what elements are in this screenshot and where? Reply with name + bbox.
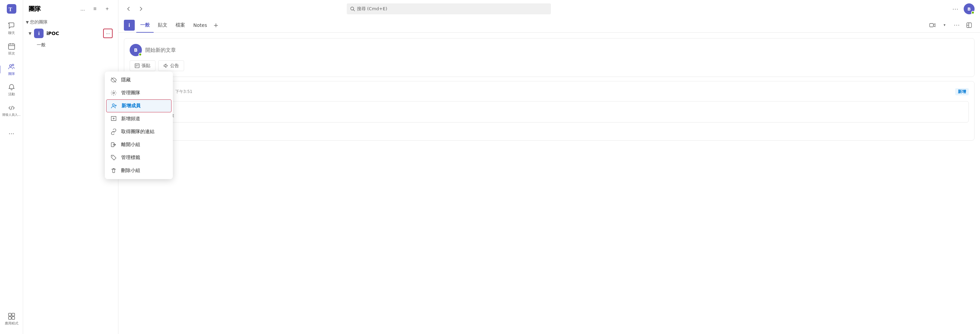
- announce-icon: [163, 63, 168, 68]
- svg-line-23: [353, 10, 355, 11]
- sidebar-actions: ... ≡ +: [77, 3, 113, 14]
- user-status-dot: [971, 11, 975, 14]
- tab-info-button[interactable]: i: [124, 20, 135, 30]
- message-badge: 新增: [955, 88, 969, 95]
- user-avatar[interactable]: B: [964, 3, 975, 14]
- nav-item-teams[interactable]: 團隊: [2, 60, 21, 79]
- delete-icon: [110, 167, 117, 174]
- hide-icon: [110, 77, 117, 83]
- schedule-icon: [8, 42, 16, 50]
- svg-rect-9: [8, 313, 11, 316]
- menu-item-manage-tags[interactable]: 管理標籤: [105, 151, 173, 164]
- team-item-ipoc[interactable]: ▼ i iPOC ···: [24, 27, 117, 40]
- nav-label-chat: 聊天: [8, 30, 15, 35]
- message-header: ipoc_alert 下午3:51 新增: [130, 85, 969, 98]
- activity-icon: [8, 83, 16, 91]
- sidebar-more-button[interactable]: ...: [77, 3, 88, 14]
- nav-back-button[interactable]: [124, 4, 134, 14]
- svg-point-7: [12, 64, 14, 66]
- tab-notes[interactable]: Notes: [189, 18, 211, 33]
- message-card-1: ipoc_alert 下午3:51 新增 iPOC 告警測試 Test cont…: [124, 81, 975, 141]
- nav-item-more[interactable]: ···: [2, 124, 21, 143]
- section-label: 您的團隊: [30, 19, 48, 25]
- topbar-more-button[interactable]: ···: [950, 3, 961, 14]
- menu-item-manage[interactable]: 管理團隊: [105, 86, 173, 99]
- tab-posts[interactable]: 貼文: [154, 18, 172, 33]
- link-icon: [110, 128, 117, 135]
- expand-button[interactable]: [964, 20, 975, 30]
- post-author-row: B 開始新的文章: [130, 44, 969, 56]
- nav-item-schedule[interactable]: 班次: [2, 40, 21, 59]
- svg-rect-2: [8, 44, 14, 50]
- menu-item-get-link[interactable]: 取得團隊的連結: [105, 125, 173, 138]
- post-icon: [135, 63, 140, 68]
- menu-label-hide: 隱藏: [121, 77, 130, 83]
- team-name: iPOC: [46, 30, 100, 36]
- nav-label-apps: 應用程式: [5, 321, 18, 326]
- sidebar-section-header[interactable]: ▼ 您的團隊: [23, 18, 118, 27]
- menu-label-manage: 管理團隊: [121, 90, 140, 96]
- post-action-post[interactable]: 張貼: [130, 60, 156, 71]
- sidebar-add-button[interactable]: +: [102, 3, 113, 14]
- app-logo: T: [5, 3, 18, 15]
- tab-files[interactable]: 檔案: [172, 18, 189, 33]
- search-bar[interactable]: 搜尋 (Cmd+E): [347, 3, 551, 14]
- leave-icon: [110, 141, 117, 148]
- nav-item-activity[interactable]: 活動: [2, 80, 21, 99]
- sidebar-title: 團隊: [29, 5, 75, 13]
- menu-item-add-member[interactable]: 新增成員: [106, 99, 172, 112]
- message-bubble: iPOC 告警測試 Test contact point: [130, 101, 969, 123]
- channel-name: 一般: [37, 42, 46, 48]
- svg-line-8: [11, 106, 12, 110]
- menu-item-add-channel[interactable]: 新增頻道: [105, 112, 173, 125]
- nav-item-apps[interactable]: 應用程式: [2, 310, 21, 329]
- nav-label-activity: 活動: [8, 92, 15, 97]
- tab-right-actions: ▾ ···: [927, 20, 975, 30]
- video-dropdown-button[interactable]: ▾: [939, 20, 950, 30]
- svg-rect-24: [930, 24, 933, 27]
- channel-more-button[interactable]: ···: [951, 20, 962, 30]
- chat-icon: [8, 22, 16, 30]
- nav-item-dev[interactable]: 開發人員入...: [2, 101, 21, 120]
- top-bar-actions: ··· B: [950, 3, 975, 14]
- svg-rect-12: [12, 316, 14, 320]
- message-time: 下午3:51: [175, 89, 192, 94]
- tab-general[interactable]: 一般: [136, 18, 154, 33]
- apps-icon: [8, 312, 16, 320]
- svg-rect-26: [135, 64, 139, 68]
- teams-icon: [8, 62, 16, 71]
- menu-label-get-link: 取得團隊的連結: [121, 129, 154, 135]
- nav-item-chat[interactable]: 聊天: [2, 19, 21, 38]
- add-member-icon: [111, 102, 118, 109]
- menu-item-hide[interactable]: 隱藏: [105, 74, 173, 86]
- tab-add-button[interactable]: +: [211, 21, 221, 30]
- svg-rect-11: [8, 316, 11, 320]
- menu-item-delete[interactable]: 刪除小組: [105, 164, 173, 177]
- more-dots-icon: ···: [8, 129, 16, 137]
- channel-tabs: i 一般 貼文 檔案 Notes + ▾ ···: [118, 18, 980, 33]
- post-author-status: [138, 53, 142, 56]
- nav-rail: T 聊天 班次 團: [0, 0, 23, 334]
- tag-icon: [110, 154, 117, 161]
- nav-forward-button[interactable]: [136, 4, 146, 14]
- post-author-avatar: B: [130, 44, 142, 56]
- sidebar-filter-button[interactable]: ≡: [89, 3, 100, 14]
- reply-row: B 回覆: [130, 125, 969, 136]
- top-bar: 搜尋 (Cmd+E) ··· B: [118, 0, 980, 18]
- menu-item-leave[interactable]: 離開小組: [105, 138, 173, 151]
- team-more-button[interactable]: ···: [103, 29, 113, 38]
- nav-label-teams: 團隊: [8, 72, 15, 76]
- post-action-announce[interactable]: 公告: [158, 60, 184, 71]
- new-post-placeholder[interactable]: 開始新的文章: [145, 47, 176, 53]
- svg-point-21: [112, 156, 113, 157]
- add-channel-icon: [110, 115, 117, 122]
- video-call-button[interactable]: [927, 20, 938, 30]
- manage-icon: [110, 89, 117, 96]
- section-chevron-icon: ▼: [26, 20, 29, 24]
- search-icon: [350, 6, 355, 11]
- team-expand-icon: ▼: [29, 31, 31, 36]
- channel-item-general[interactable]: 一般: [23, 40, 118, 50]
- search-placeholder: 搜尋 (Cmd+E): [357, 6, 387, 12]
- svg-point-15: [112, 104, 115, 106]
- message-bubble-text: Test contact point: [135, 113, 964, 118]
